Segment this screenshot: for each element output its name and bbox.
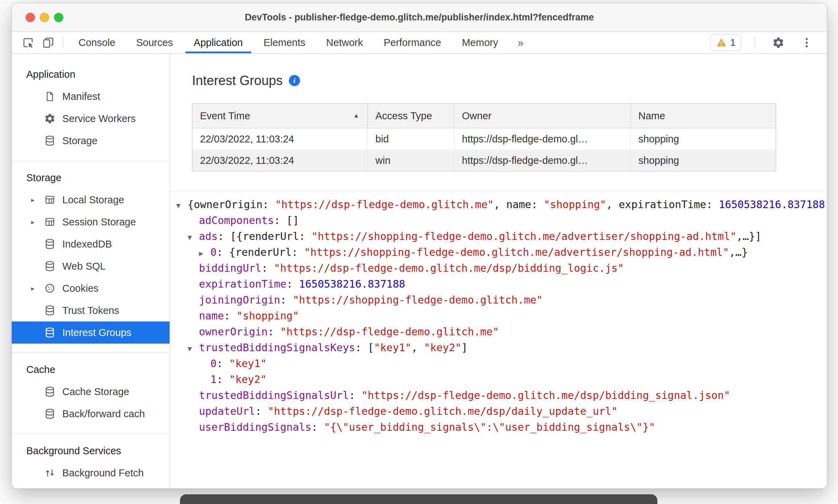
disclosure-triangle-icon[interactable]: ▸ (31, 196, 44, 204)
sidebar-item-service-workers[interactable]: Service Workers (12, 108, 170, 130)
sidebar-item-local-storage[interactable]: ▸Local Storage (12, 189, 170, 211)
tree-line[interactable]: 1: "key2" (170, 372, 827, 388)
property-name: name (199, 310, 224, 322)
punctuation: : (268, 326, 280, 338)
tree-line[interactable]: 0: "key1" (170, 356, 827, 372)
punctuation: ] (462, 342, 468, 354)
sidebar-item-session-storage[interactable]: ▸Session Storage (12, 211, 170, 233)
punctuation: , expirationTime: (606, 198, 719, 211)
number-value: 1650538216.837188 (299, 278, 405, 290)
toolbar-right: 1 (710, 32, 827, 53)
punctuation: : (217, 373, 229, 385)
settings-gear-icon[interactable] (768, 33, 788, 52)
sidebar-item-label: Cookies (62, 283, 99, 294)
string-value: "https://dsp-fledge-demo.glitch.me" (280, 326, 499, 338)
tab-elements[interactable]: Elements (253, 32, 316, 53)
gear-icon (44, 112, 56, 125)
tab-performance[interactable]: Performance (373, 32, 452, 53)
tree-line[interactable]: biddingUrl: "https://dsp-fledge-demo.gli… (170, 260, 827, 276)
inspect-element-icon[interactable] (18, 33, 38, 52)
sidebar-item-label: Background Fetch (62, 467, 144, 479)
devtools-tabs: ConsoleSourcesApplicationElementsNetwork… (68, 32, 509, 53)
column-header-event-time[interactable]: Event Time▲ (192, 104, 368, 128)
more-tabs-button[interactable]: » (509, 32, 533, 53)
string-value: "shopping" (236, 310, 299, 322)
property-name: updateUrl (199, 405, 255, 417)
table-row[interactable]: 22/03/2022, 11:03:24winhttps://dsp-fledg… (192, 150, 776, 171)
sidebar-item-cookies[interactable]: ▸Cookies (12, 277, 170, 299)
expanded-triangle-icon[interactable]: ▼ (176, 198, 188, 213)
string-value: "https://shopping-fledge-demo.glitch.me/… (311, 230, 736, 242)
column-header-name[interactable]: Name (631, 104, 776, 128)
property-name: expirationTime (199, 278, 286, 290)
tree-line[interactable]: ▼{ownerOrigin: "https://dsp-fledge-demo.… (170, 197, 827, 213)
tab-sources[interactable]: Sources (126, 32, 183, 53)
punctuation: : (311, 421, 324, 433)
sidebar-item-background-fetch[interactable]: Background Fetch (12, 462, 170, 484)
tree-line[interactable]: ▶0: {renderUrl: "https://shopping-fledge… (170, 244, 827, 260)
database-icon (44, 304, 56, 317)
database-icon (44, 408, 56, 420)
sidebar-item-manifest[interactable]: Manifest (12, 85, 170, 108)
sidebar-item-label: Cache Storage (62, 386, 129, 398)
column-header-access-type[interactable]: Access Type (368, 104, 454, 128)
sidebar-item-trust-tokens[interactable]: Trust Tokens (12, 299, 170, 321)
tree-line[interactable]: userBiddingSignals: "{\"user_bidding_sig… (170, 419, 827, 435)
column-header-label: Event Time (200, 110, 250, 121)
json-tree: ▼{ownerOrigin: "https://dsp-fledge-demo.… (170, 191, 827, 435)
tree-line[interactable]: expirationTime: 1650538216.837188 (170, 276, 827, 292)
expanded-triangle-icon[interactable]: ▼ (188, 341, 199, 356)
sidebar-item-label: Web SQL (62, 261, 106, 272)
column-header-owner[interactable]: Owner (454, 104, 631, 128)
collapsed-triangle-icon[interactable]: ▶ (199, 245, 210, 260)
table-cell: bid (368, 128, 454, 150)
close-button[interactable] (26, 13, 35, 22)
tree-line[interactable]: trustedBiddingSignalsUrl: "https://dsp-f… (170, 388, 827, 403)
sidebar-item-label: Interest Groups (62, 327, 131, 338)
column-header-label: Owner (462, 110, 491, 121)
tree-line[interactable]: joiningOrigin: "https://shopping-fledge-… (170, 292, 827, 308)
menu-dots-icon[interactable] (796, 33, 817, 52)
property-name: trustedBiddingSignalsKeys (199, 342, 355, 354)
property-name: adComponents (199, 214, 274, 226)
property-name: userBiddingSignals (199, 421, 311, 433)
minimize-button[interactable] (40, 13, 49, 22)
tab-console[interactable]: Console (68, 32, 126, 53)
punctuation: : (262, 262, 274, 274)
traffic-lights (26, 3, 63, 31)
string-value: "https://dsp-fledge-demo.glitch.me/dsp/b… (362, 389, 730, 401)
sidebar-item-web-sql[interactable]: Web SQL (12, 255, 170, 277)
disclosure-triangle-icon[interactable]: ▸ (31, 218, 44, 226)
tab-memory[interactable]: Memory (452, 32, 509, 53)
tree-line[interactable]: ▼trustedBiddingSignalsKeys: ["key1", "ke… (170, 340, 827, 356)
device-toolbar-icon[interactable] (38, 33, 58, 52)
punctuation: : (349, 389, 361, 401)
sidebar-item-interest-groups[interactable]: Interest Groups (12, 321, 170, 344)
tab-network[interactable]: Network (316, 32, 373, 53)
tree-line[interactable]: adComponents: [] (170, 213, 827, 228)
warnings-badge[interactable]: 1 (710, 34, 741, 51)
fullscreen-button[interactable] (54, 13, 63, 22)
sidebar-item-indexeddb[interactable]: IndexedDB (12, 233, 170, 255)
fetch-icon (44, 467, 56, 479)
tree-line[interactable]: updateUrl: "https://dsp-fledge-demo.glit… (170, 403, 827, 419)
sidebar-item-back-forward-cach[interactable]: Back/forward cach (12, 403, 170, 425)
info-icon[interactable]: i (289, 75, 300, 86)
toolbar-separator (63, 37, 63, 48)
tab-application[interactable]: Application (183, 32, 253, 53)
tree-line[interactable]: ▼ads: [{renderUrl: "https://shopping-fle… (170, 228, 827, 244)
table-cell: shopping (631, 128, 776, 150)
sidebar-item-cache-storage[interactable]: Cache Storage (12, 381, 170, 403)
devtools-toolbar: ConsoleSourcesApplicationElementsNetwork… (12, 32, 827, 54)
disclosure-triangle-icon[interactable]: ▸ (31, 284, 44, 292)
page-title: Interest Groups (192, 73, 283, 88)
punctuation: : (255, 405, 268, 417)
expanded-triangle-icon[interactable]: ▼ (188, 230, 199, 244)
sidebar-item-storage[interactable]: Storage (12, 130, 170, 152)
punctuation: {ownerOrigin: (188, 198, 275, 211)
page-title-row: Interest Groups i (192, 72, 827, 90)
table-row[interactable]: 22/03/2022, 11:03:24bidhttps://dsp-fledg… (192, 128, 776, 150)
tree-line[interactable]: name: "shopping" (170, 308, 827, 324)
string-value: "{\"user_bidding_signals\":\"user_biddin… (324, 421, 655, 433)
tree-line[interactable]: ownerOrigin: "https://dsp-fledge-demo.gl… (170, 324, 827, 340)
